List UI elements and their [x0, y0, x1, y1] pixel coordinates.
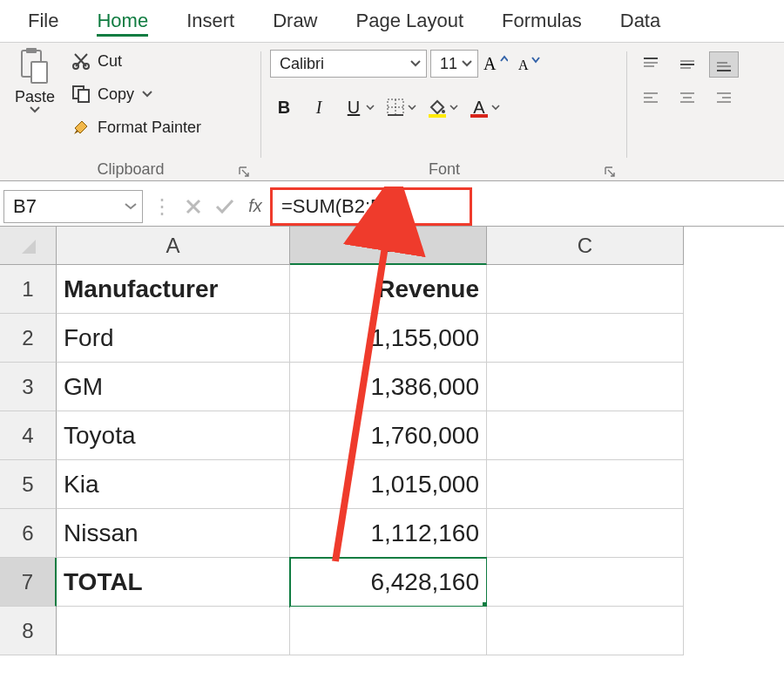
row-header-1[interactable]: 1 [0, 265, 57, 314]
ribbon-tabs: File Home Insert Draw Page Layout Formul… [0, 0, 784, 42]
grow-font-button[interactable]: A [482, 50, 510, 78]
cell-a7[interactable]: TOTAL [57, 558, 290, 607]
svg-rect-6 [78, 90, 89, 102]
cell-b2[interactable]: 1,155,000 [290, 314, 487, 363]
cancel-formula-button[interactable] [178, 191, 209, 222]
spreadsheet-grid[interactable]: A B C 1 2 3 4 5 6 7 8 Manufacturer Ford … [0, 227, 784, 697]
name-box[interactable]: B7 [3, 190, 143, 223]
cell-b4[interactable]: 1,760,000 [290, 411, 487, 460]
row-header-3[interactable]: 3 [0, 363, 57, 411]
dialog-launcher-icon[interactable] [603, 165, 617, 179]
cell-c2[interactable] [487, 314, 684, 363]
bold-button[interactable]: B [270, 93, 298, 121]
paste-label: Paste [15, 88, 55, 106]
underline-button[interactable]: U [340, 93, 368, 121]
cell-c8[interactable] [487, 607, 684, 655]
align-left-icon [642, 90, 659, 105]
ribbon: Paste Cut [0, 42, 784, 181]
cell-a8[interactable] [57, 607, 290, 655]
cut-label: Cut [98, 52, 122, 71]
borders-icon [386, 98, 405, 117]
row-header-2[interactable]: 2 [0, 314, 57, 363]
align-top-icon [642, 57, 659, 72]
cell-a1[interactable]: Manufacturer [57, 265, 290, 314]
row-header-5[interactable]: 5 [0, 460, 57, 509]
italic-button[interactable]: I [305, 93, 333, 121]
select-all-corner[interactable] [0, 227, 57, 265]
formula-input[interactable]: =SUM(B2:B6) [270, 187, 472, 226]
tab-draw[interactable]: Draw [253, 0, 336, 42]
cell-c3[interactable] [487, 363, 684, 411]
tab-page-layout[interactable]: Page Layout [337, 0, 483, 42]
dialog-launcher-icon[interactable] [237, 165, 251, 179]
copy-button[interactable]: Copy [66, 79, 206, 109]
cell-b1[interactable]: Revenue [290, 265, 487, 314]
tab-file[interactable]: File [9, 0, 78, 42]
tab-data[interactable]: Data [601, 0, 679, 42]
cell-c7[interactable] [487, 558, 684, 607]
cell-a2[interactable]: Ford [57, 314, 290, 363]
cell-c6[interactable] [487, 509, 684, 558]
align-bottom-button[interactable] [709, 51, 739, 78]
shrink-font-button[interactable]: A [515, 50, 543, 78]
chevron-down-icon [125, 203, 137, 210]
row-header-6[interactable]: 6 [0, 509, 57, 558]
format-painter-label: Format Painter [98, 119, 201, 137]
tab-formulas[interactable]: Formulas [483, 0, 601, 42]
svg-rect-2 [31, 62, 47, 83]
cell-c5[interactable] [487, 460, 684, 509]
svg-rect-1 [26, 48, 37, 53]
cell-a4[interactable]: Toyota [57, 411, 290, 460]
chevron-down-icon[interactable] [141, 91, 153, 98]
cell-c1[interactable] [487, 265, 684, 314]
column-header-a[interactable]: A [57, 227, 290, 265]
align-left-button[interactable] [636, 85, 666, 111]
align-bottom-icon [715, 57, 733, 72]
align-middle-icon [679, 57, 696, 72]
copy-icon [71, 85, 91, 104]
cut-button[interactable]: Cut [66, 46, 206, 76]
formula-bar: B7 ⋮ fx =SUM(B2:B6) [0, 187, 784, 227]
align-middle-button[interactable] [672, 51, 702, 78]
cell-b6[interactable]: 1,112,160 [290, 509, 487, 558]
cell-a3[interactable]: GM [57, 363, 290, 411]
row-header-7[interactable]: 7 [0, 558, 57, 607]
font-color-button[interactable]: A [465, 93, 493, 121]
cell-b3[interactable]: 1,386,000 [290, 363, 487, 411]
font-name-dropdown[interactable]: Calibri [270, 50, 427, 78]
chevron-down-icon [462, 60, 472, 67]
cell-c4[interactable] [487, 411, 684, 460]
scissors-icon [71, 51, 91, 71]
row-header-8[interactable]: 8 [0, 607, 57, 655]
tab-home[interactable]: Home [78, 0, 167, 42]
format-painter-icon [71, 118, 91, 137]
align-center-icon [679, 90, 696, 105]
tab-insert[interactable]: Insert [167, 0, 253, 42]
formula-value: =SUM(B2:B6) [281, 195, 400, 218]
bucket-icon [429, 99, 446, 115]
align-right-button[interactable] [709, 85, 739, 111]
borders-button[interactable] [382, 93, 409, 121]
enter-formula-button[interactable] [209, 191, 240, 222]
column-header-c[interactable]: C [487, 227, 684, 265]
svg-point-13 [442, 110, 445, 113]
cell-a6[interactable]: Nissan [57, 509, 290, 558]
ribbon-group-clipboard: Paste Cut [0, 43, 261, 180]
cell-a5[interactable]: Kia [57, 460, 290, 509]
paste-button[interactable]: Paste [9, 46, 61, 113]
separator: ⋮ [146, 194, 178, 219]
format-painter-button[interactable]: Format Painter [66, 112, 206, 142]
align-center-button[interactable] [672, 85, 702, 111]
cell-b8[interactable] [290, 607, 487, 655]
column-header-b[interactable]: B [290, 227, 487, 265]
increase-font-icon: A [483, 52, 508, 75]
align-top-button[interactable] [636, 51, 666, 78]
font-size-dropdown[interactable]: 11 [430, 50, 478, 78]
insert-function-button[interactable]: fx [240, 196, 270, 216]
ribbon-group-alignment [627, 43, 747, 180]
row-header-4[interactable]: 4 [0, 411, 57, 460]
cell-b7-selected[interactable]: 6,428,160 [290, 558, 487, 607]
cell-b5[interactable]: 1,015,000 [290, 460, 487, 509]
x-icon [186, 199, 201, 214]
fill-color-button[interactable] [423, 93, 451, 121]
